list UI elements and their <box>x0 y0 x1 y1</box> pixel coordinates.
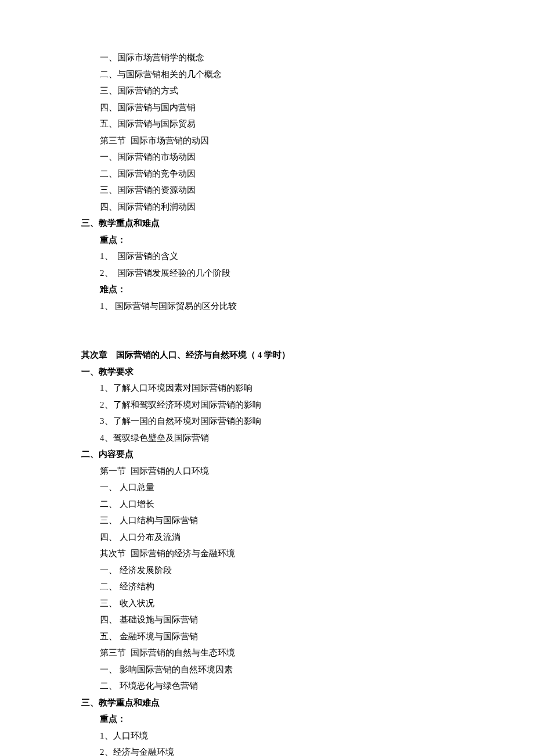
list-item: 2、了解和驾驭经济环境对国际营销的影响 <box>81 397 453 413</box>
spacer <box>81 314 453 330</box>
list-item: 第三节 国际市场营销的动因 <box>81 132 453 149</box>
section-heading: 二、内容要点 <box>81 446 453 463</box>
section-heading: 三、教学重点和难点 <box>81 215 453 232</box>
list-item: 2、经济与金融环境 <box>81 744 453 756</box>
list-item: 1、人口环境 <box>81 728 453 744</box>
list-item: 二、 环境恶化与绿色营销 <box>81 678 453 694</box>
list-item: 四、国际营销与国内营销 <box>81 99 453 116</box>
list-item: 三、 人口结构与国际营销 <box>81 512 453 529</box>
list-item: 五、 金融环境与国际营销 <box>81 628 453 645</box>
list-item: 四、 人口分布及流淌 <box>81 529 453 546</box>
spacer <box>81 330 453 347</box>
list-item: 二、国际营销的竞争动因 <box>81 165 453 182</box>
section-heading: 一、教学要求 <box>81 363 453 380</box>
list-item: 三、国际营销的方式 <box>81 82 453 99</box>
list-item: 第一节 国际营销的人口环境 <box>81 463 453 480</box>
list-item: 一、 经济发展阶段 <box>81 562 453 579</box>
list-item: 五、国际营销与国际贸易 <box>81 116 453 132</box>
list-item: 二、与国际营销相关的几个概念 <box>81 66 453 83</box>
list-item: 四、国际营销的利润动因 <box>81 199 453 215</box>
difficulty-label: 难点： <box>81 281 453 298</box>
list-item: 1、 国际营销的含义 <box>81 248 453 265</box>
list-item: 一、 人口总量 <box>81 479 453 496</box>
list-item: 三、 收入状况 <box>81 595 453 612</box>
list-item: 1、 国际营销与国际贸易的区分比较 <box>81 298 453 315</box>
list-item: 四、 基础设施与国际营销 <box>81 611 453 628</box>
list-item: 其次节 国际营销的经济与金融环境 <box>81 545 453 562</box>
list-item: 二、 经济结构 <box>81 578 453 595</box>
document-page: 一、国际市场营销学的概念 二、与国际营销相关的几个概念 三、国际营销的方式 四、… <box>0 0 534 756</box>
list-item: 第三节 国际营销的自然与生态环境 <box>81 645 453 661</box>
list-item: 3、了解一国的自然环境对国际营销的影响 <box>81 413 453 430</box>
list-item: 一、国际市场营销学的概念 <box>81 49 453 66</box>
list-item: 三、国际营销的资源动因 <box>81 182 453 199</box>
list-item: 2、 国际营销发展经验的几个阶段 <box>81 265 453 282</box>
emphasis-label: 重点： <box>81 232 453 249</box>
list-item: 4、驾驭绿色壁垒及国际营销 <box>81 430 453 447</box>
list-item: 一、 影响国际营销的自然环境因素 <box>81 661 453 678</box>
list-item: 1、了解人口环境因素对国际营销的影响 <box>81 380 453 397</box>
chapter-title: 其次章 国际营销的人口、经济与自然环境（ 4 学时） <box>81 347 453 363</box>
list-item: 二、 人口增长 <box>81 496 453 513</box>
list-item: 一、国际营销的市场动因 <box>81 149 453 165</box>
emphasis-label: 重点： <box>81 711 453 728</box>
section-heading: 三、教学重点和难点 <box>81 694 453 711</box>
